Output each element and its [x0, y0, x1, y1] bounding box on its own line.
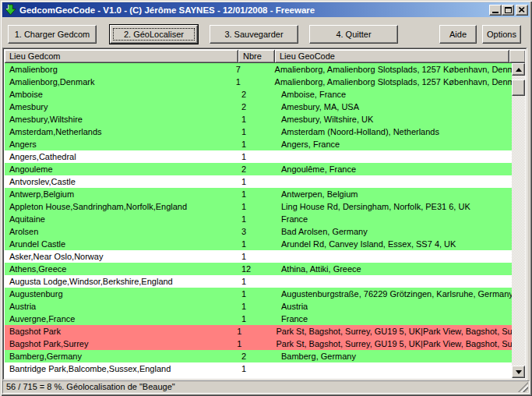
table-row[interactable]: Bagshot Park 1 Park St, Bagshot, Surrey,…: [5, 325, 513, 338]
cell-nbre: 1: [233, 76, 269, 88]
cell-lieu-geocode: Antwerpen, Belgium: [275, 188, 513, 200]
cell-lieu-geocode: [275, 275, 513, 288]
status-text: 56 / 715 = 8 %. Géolocalisation de "Beau…: [6, 382, 175, 391]
table-row[interactable]: Angers,Cathedral 1: [5, 150, 513, 163]
cell-lieu-gedcom: Amesbury: [5, 101, 238, 113]
table-row[interactable]: Arundel Castle 1 Arundel Rd, Canvey Isla…: [5, 238, 513, 250]
table-row[interactable]: Athens,Greece 12 Athina, Attiki, Greece: [5, 263, 513, 275]
scrollbar-thumb[interactable]: [512, 80, 525, 96]
app-window: GedcomGeoCode - V1.0 - (C) Jérôme SAYNES…: [0, 0, 532, 396]
cell-lieu-geocode: Amboise, France: [275, 88, 513, 101]
minimize-button[interactable]: [489, 5, 502, 16]
cell-lieu-geocode: Bad Arolsen, Germany: [275, 225, 513, 238]
cell-nbre: 1: [238, 275, 275, 288]
options-button[interactable]: Options: [482, 25, 521, 44]
cell-lieu-gedcom: Augusta Lodge,Windsor,Berkshire,England: [5, 275, 238, 288]
cell-nbre: 1: [238, 175, 275, 188]
cell-lieu-geocode: Ling House Rd, Dersingham, Norfolk, PE31…: [275, 200, 513, 213]
cell-lieu-gedcom: Amalienborg: [5, 63, 233, 76]
table-row[interactable]: Bamberg,Germany 2 Bamberg, Germany: [5, 350, 513, 362]
cell-nbre: 2: [238, 101, 275, 113]
table-row[interactable]: Amesbury,Wiltshire 1 Amesbury, Wiltshire…: [5, 113, 513, 126]
cell-lieu-geocode: Arundel Rd, Canvey Island, Essex, SS7 4,…: [275, 238, 513, 250]
cell-lieu-gedcom: Angouleme: [5, 163, 238, 175]
cell-nbre: 1: [238, 126, 275, 138]
cell-nbre: 3: [238, 225, 275, 238]
table-row[interactable]: Angers 1 Angers, France: [5, 138, 513, 150]
cell-lieu-geocode: Amalienborg, Amalienborg Slotsplads, 125…: [269, 63, 513, 76]
close-button[interactable]: [516, 5, 528, 16]
sauvegarder-button[interactable]: 3. Sauvegarder: [210, 25, 298, 44]
vertical-scrollbar[interactable]: [512, 63, 525, 378]
scroll-up-button[interactable]: [512, 63, 525, 76]
resize-grip[interactable]: [518, 382, 528, 392]
table-row[interactable]: Austria 1 Austria: [5, 300, 513, 313]
cell-lieu-geocode: Park St, Bagshot, Surrey, GU19 5, UK|Par…: [270, 338, 513, 350]
cell-nbre: 2: [238, 163, 275, 175]
window-title: GedcomGeoCode - V1.0 - (C) Jérôme SAYNES…: [19, 5, 489, 15]
table-row[interactable]: Amsterdam,Netherlands 1 Amsterdam (Noord…: [5, 126, 513, 138]
cell-lieu-gedcom: Appleton House,Sandringham,Norfolk,Engla…: [5, 200, 238, 213]
cell-lieu-gedcom: Angers,Cathedral: [5, 150, 238, 163]
cell-nbre: 1: [238, 150, 275, 163]
cell-lieu-gedcom: Arundel Castle: [5, 238, 238, 250]
cell-lieu-geocode: Amesbury, MA, USA: [275, 101, 513, 113]
table-row[interactable]: Appleton House,Sandringham,Norfolk,Engla…: [5, 200, 513, 213]
table-row[interactable]: Augusta Lodge,Windsor,Berkshire,England …: [5, 275, 513, 288]
cell-nbre: 1: [238, 250, 275, 263]
table-row[interactable]: Arolsen 3 Bad Arolsen, Germany: [5, 225, 513, 238]
table-row[interactable]: Augustenburg 1 Augustenburgstraße, 76229…: [5, 288, 513, 300]
scroll-up-icon: [516, 68, 522, 72]
cell-lieu-geocode: Amalienborg, Amalienborg Slotsplads, 125…: [269, 76, 513, 88]
cell-nbre: 7: [233, 63, 269, 76]
cell-lieu-gedcom: Bantridge Park,Balcombe,Sussex,England: [5, 362, 238, 375]
cell-lieu-gedcom: Arolsen: [5, 225, 238, 238]
cell-lieu-geocode: Amsterdam (Noord-Holland), Netherlands: [275, 126, 513, 138]
table-row[interactable]: Bagshot Park,Surrey 1 Park St, Bagshot, …: [5, 338, 513, 350]
table-rows: Amalienborg 7 Amalienborg, Amalienborg S…: [5, 63, 513, 378]
scroll-down-icon: [516, 370, 522, 374]
table-row[interactable]: Amboise 2 Amboise, France: [5, 88, 513, 101]
cell-nbre: 1: [238, 238, 275, 250]
maximize-button[interactable]: [502, 5, 514, 16]
cell-nbre: 2: [238, 88, 275, 101]
titlebar[interactable]: GedcomGeoCode - V1.0 - (C) Jérôme SAYNES…: [2, 2, 530, 17]
cell-lieu-gedcom: Bagshot Park,Surrey: [5, 338, 234, 350]
cell-lieu-gedcom: Augustenburg: [5, 288, 238, 300]
scroll-down-button[interactable]: [512, 366, 525, 378]
cell-lieu-geocode: Augustenburgstraße, 76229 Grötzingen, Ka…: [275, 288, 513, 300]
table-row[interactable]: Antwerp,Belgium 1 Antwerpen, Belgium: [5, 188, 513, 200]
cell-lieu-geocode: Amesbury, Wiltshire, UK: [275, 113, 513, 126]
table-row[interactable]: Asker,Near Oslo,Norway 1: [5, 250, 513, 263]
table-row[interactable]: Antvorslev,Castle 1: [5, 175, 513, 188]
table-row[interactable]: Bantridge Park,Balcombe,Sussex,England 1: [5, 362, 513, 375]
table-row[interactable]: Amalienborg 7 Amalienborg, Amalienborg S…: [5, 63, 513, 76]
geolocaliser-button[interactable]: 2. GéoLocaliser: [110, 25, 198, 44]
close-icon: [519, 7, 525, 12]
table-row[interactable]: Aquitaine 1 France: [5, 213, 513, 225]
table-row[interactable]: Angouleme 2 Angoulême, France: [5, 163, 513, 175]
cell-nbre: 1: [238, 213, 275, 225]
status-bar: 56 / 715 = 8 %. Géolocalisation de "Beau…: [2, 380, 530, 394]
column-header-nbre[interactable]: Nbre: [238, 50, 275, 63]
cell-lieu-geocode: Bamberg, Germany: [275, 350, 513, 362]
cell-nbre: 1: [238, 200, 275, 213]
cell-nbre: 1: [234, 338, 270, 350]
cell-lieu-gedcom: Angers: [5, 138, 238, 150]
cell-lieu-geocode: [275, 362, 513, 375]
charger-gedcom-button[interactable]: 1. Charger Gedcom: [8, 25, 97, 44]
table-row[interactable]: Amalienborg,Denmark 1 Amalienborg, Amali…: [5, 76, 513, 88]
table-row[interactable]: Amesbury 2 Amesbury, MA, USA: [5, 101, 513, 113]
cell-nbre: 1: [238, 113, 275, 126]
cell-lieu-geocode: France: [275, 313, 513, 325]
column-header-lieu-gedcom[interactable]: Lieu Gedcom: [5, 50, 238, 63]
table-row[interactable]: Auvergne,France 1 France: [5, 313, 513, 325]
quitter-button[interactable]: 4. Quitter: [309, 25, 398, 44]
cell-nbre: 1: [238, 300, 275, 313]
cell-lieu-geocode: [275, 250, 513, 263]
cell-lieu-geocode: Angoulême, France: [275, 163, 513, 175]
cell-lieu-gedcom: Bamberg,Germany: [5, 350, 238, 362]
column-header-lieu-geocode[interactable]: Lieu GeoCode: [275, 50, 509, 63]
aide-button[interactable]: Aide: [439, 25, 477, 44]
cell-nbre: 1: [238, 313, 275, 325]
